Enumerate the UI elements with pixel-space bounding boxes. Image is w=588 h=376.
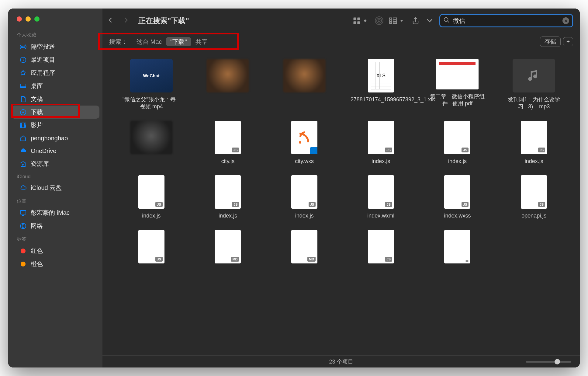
doc-icon bbox=[19, 95, 27, 103]
file-item[interactable]: MD bbox=[194, 230, 262, 267]
share-icon[interactable] bbox=[411, 16, 420, 25]
file-item[interactable]: JSindex.js bbox=[194, 175, 262, 219]
sidebar-item-clock[interactable]: 最近项目 bbox=[11, 53, 99, 66]
file-item[interactable] bbox=[271, 59, 338, 110]
scope-option[interactable]: 共享 bbox=[191, 37, 212, 46]
sidebar-item-label: 影片 bbox=[31, 121, 43, 129]
file-thumbnail bbox=[130, 59, 173, 92]
sidebar-item-desktop[interactable]: 桌面 bbox=[11, 79, 99, 92]
imac-icon bbox=[19, 209, 27, 217]
sidebar-item-label: OneDrive bbox=[31, 148, 56, 155]
search-field[interactable]: ✕ bbox=[439, 14, 573, 27]
file-thumbnail: JS bbox=[138, 230, 164, 263]
file-item[interactable]: JSindex.js bbox=[424, 121, 491, 165]
file-item[interactable]: 第二章：微信小程序组件...使用.pdf bbox=[424, 59, 491, 110]
file-item[interactable]: "微信之父"张小龙：每...视频.mp4 bbox=[118, 59, 185, 110]
sidebar-item-library[interactable]: 资源库 bbox=[11, 157, 99, 170]
file-item[interactable]: JSindex.js bbox=[500, 121, 568, 165]
svg-rect-8 bbox=[357, 18, 360, 20]
sidebar-item-label: 桌面 bbox=[31, 82, 43, 90]
save-search-button[interactable]: 存储 bbox=[540, 37, 561, 47]
sidebar-item-film[interactable]: 影片 bbox=[11, 119, 99, 132]
svg-rect-2 bbox=[20, 84, 26, 88]
sidebar-item-globe[interactable]: 网络 bbox=[11, 219, 99, 232]
group-by-icon[interactable] bbox=[389, 16, 406, 25]
minimize-window-button[interactable] bbox=[26, 16, 31, 22]
clear-search-button[interactable]: ✕ bbox=[562, 17, 569, 24]
file-item[interactable] bbox=[194, 59, 262, 110]
file-item[interactable]: JSindex.wxml bbox=[347, 175, 415, 219]
file-item[interactable]: JSopenapi.js bbox=[500, 175, 568, 219]
file-item[interactable]: JS bbox=[347, 230, 415, 267]
overflow-icon[interactable] bbox=[425, 16, 434, 25]
sidebar-item-apps[interactable]: 应用程序 bbox=[11, 66, 99, 79]
sidebar-item-label: 资源库 bbox=[31, 160, 49, 168]
file-item[interactable]: JSindex.js bbox=[347, 121, 415, 165]
file-item[interactable]: JScity.js bbox=[194, 121, 262, 165]
back-button[interactable] bbox=[107, 16, 114, 26]
sidebar-item-cloud[interactable]: iCloud 云盘 bbox=[11, 181, 99, 194]
file-item[interactable]: JSindex.js bbox=[118, 175, 185, 219]
file-name: "微信之父"张小龙：每...视频.mp4 bbox=[121, 96, 182, 110]
file-item[interactable]: JSindex.wxss bbox=[424, 175, 491, 219]
icon-size-slider[interactable] bbox=[526, 361, 571, 363]
file-thumbnail bbox=[444, 230, 470, 263]
scope-option[interactable]: 这台 Mac bbox=[132, 37, 166, 46]
svg-point-0 bbox=[22, 46, 24, 48]
file-grid-area[interactable]: "微信之父"张小龙：每...视频.mp4XLS2788170174_159965… bbox=[102, 50, 580, 355]
file-item[interactable]: city.wxs bbox=[271, 121, 338, 165]
file-thumbnail bbox=[283, 59, 326, 92]
airdrop-icon[interactable] bbox=[375, 16, 383, 25]
film-icon bbox=[19, 121, 27, 129]
svg-rect-5 bbox=[20, 211, 26, 214]
file-thumbnail: JS bbox=[444, 121, 470, 154]
file-thumbnail: XLS bbox=[368, 59, 394, 92]
sidebar-item-download[interactable]: 下载 bbox=[11, 106, 99, 119]
scope-option[interactable]: "下载" bbox=[166, 37, 191, 46]
file-item[interactable]: JS bbox=[118, 230, 185, 267]
svg-rect-10 bbox=[357, 21, 360, 24]
file-item[interactable] bbox=[118, 121, 185, 165]
sidebar-item-橙色[interactable]: 橙色 bbox=[11, 257, 99, 270]
file-item[interactable]: 发刊词1：为什么要学习...3)....mp3 bbox=[500, 59, 568, 110]
svg-rect-18 bbox=[393, 20, 397, 22]
sidebar-item-home[interactable]: penghonghao bbox=[11, 132, 99, 144]
file-thumbnail: JS bbox=[368, 175, 394, 209]
tag-color-dot bbox=[21, 262, 26, 266]
zoom-window-button[interactable] bbox=[34, 16, 40, 22]
sidebar-item-label: 应用程序 bbox=[31, 69, 55, 77]
file-name: city.js bbox=[221, 158, 235, 165]
file-thumbnail: JS bbox=[521, 121, 547, 154]
forward-button[interactable] bbox=[123, 16, 129, 26]
file-item[interactable]: XLS2788170174_1599657392_3_1.xls bbox=[347, 59, 415, 110]
file-item[interactable]: JSindex.js bbox=[271, 175, 338, 219]
sidebar-item-imac[interactable]: 彭宏豪的 iMac bbox=[11, 206, 99, 219]
file-thumbnail: JS bbox=[444, 175, 470, 209]
close-window-button[interactable] bbox=[17, 16, 22, 22]
toolbar: 正在搜索"下载" ✕ bbox=[102, 9, 580, 33]
add-filter-button[interactable]: + bbox=[563, 37, 573, 46]
sidebar-item-airdrop[interactable]: 隔空投送 bbox=[11, 40, 99, 53]
sidebar-item-红色[interactable]: 红色 bbox=[11, 244, 99, 257]
file-name: city.wxs bbox=[295, 158, 314, 165]
library-icon bbox=[19, 160, 27, 168]
file-name: 发刊词1：为什么要学习...3)....mp3 bbox=[503, 96, 564, 110]
svg-rect-14 bbox=[389, 18, 392, 19]
view-switcher-icon[interactable] bbox=[352, 16, 369, 25]
airdrop-icon bbox=[19, 43, 27, 51]
file-item[interactable]: MD bbox=[271, 230, 338, 267]
file-name: index.js bbox=[525, 158, 543, 165]
file-thumbnail bbox=[436, 59, 479, 89]
sidebar-item-cloud-filled[interactable]: OneDrive bbox=[11, 144, 99, 157]
file-item[interactable] bbox=[424, 230, 491, 267]
sidebar-item-doc[interactable]: 文稿 bbox=[11, 92, 99, 106]
svg-point-11 bbox=[378, 20, 380, 22]
sidebar-item-label: 下载 bbox=[31, 108, 43, 116]
sidebar-item-label: 红色 bbox=[31, 247, 43, 255]
sidebar-section-locations: 位置 bbox=[8, 194, 102, 206]
file-name: 2788170174_1599657392_3_1.xls bbox=[351, 96, 411, 103]
globe-icon bbox=[19, 222, 27, 230]
search-input[interactable] bbox=[453, 17, 559, 24]
file-thumbnail bbox=[130, 121, 173, 154]
file-name: index.js bbox=[448, 158, 467, 165]
